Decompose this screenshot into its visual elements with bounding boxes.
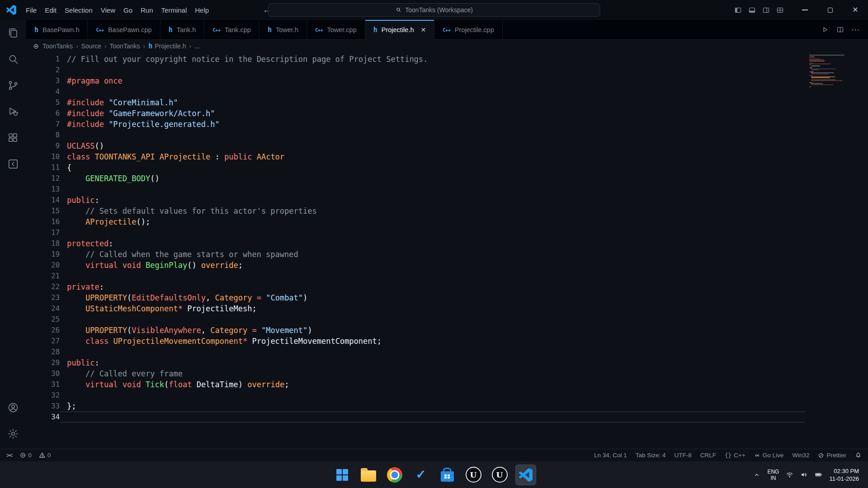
line-number[interactable]: 16 [26,216,60,227]
line-number[interactable]: 20 [26,260,60,271]
line-number[interactable]: 10 [26,151,60,162]
line-number[interactable]: 21 [26,271,60,282]
line-number[interactable]: 14 [26,195,60,206]
taskbar-store-icon[interactable] [437,465,458,485]
line-number[interactable]: 27 [26,336,60,347]
tab-projectile-cpp[interactable]: C++Projectile.cpp [434,20,503,39]
statusbar-platform[interactable]: Win32 [792,452,809,459]
line-number[interactable]: 6 [26,108,60,119]
line-number[interactable]: 17 [26,227,60,238]
battery-icon[interactable] [815,471,822,479]
code-line[interactable]: 11{ [26,162,868,173]
tab-basepawn-h[interactable]: hBasePawn.h [26,20,88,39]
line-number[interactable]: 1 [26,54,60,65]
code-line[interactable]: 30 // Called every frame [26,368,868,379]
line-number[interactable]: 7 [26,119,60,130]
line-number[interactable]: 25 [26,314,60,325]
code-line[interactable]: 29public: [26,357,868,368]
code-line[interactable]: 18protected: [26,238,868,249]
tab-basepawn-cpp[interactable]: C++BasePawn.cpp [88,20,160,39]
menu-run[interactable]: Run [137,4,157,16]
tab-tower-h[interactable]: hTower.h [259,20,307,39]
tab-tank-h[interactable]: hTank.h [160,20,205,39]
taskbar-unreal-engine-2-icon[interactable]: U [489,465,510,485]
code-line[interactable]: 16 AProjectile(); [26,216,868,227]
source-control-icon[interactable] [0,72,26,99]
statusbar-go-live[interactable]: Go Live [754,452,784,459]
line-number[interactable]: 13 [26,184,60,195]
clock[interactable]: 02:30 PM 11-01-2026 [829,467,859,483]
run-debug-icon[interactable] [0,99,26,125]
menu-file[interactable]: File [22,4,41,16]
code-line[interactable]: 23 UPROPERTY(EditDefaultsOnly, Category … [26,292,868,303]
code-line[interactable]: 31 virtual void Tick(float DeltaTime) ov… [26,379,868,390]
toggle-secondary-sidebar-icon[interactable] [760,5,772,16]
menu-selection[interactable]: Selection [61,4,97,16]
menu-go[interactable]: Go [119,4,137,16]
tab-tank-cpp[interactable]: C++Tank.cpp [204,20,259,39]
account-icon[interactable] [0,394,26,421]
line-number[interactable]: 9 [26,141,60,151]
code-line[interactable]: 20 virtual void BeginPlay() override; [26,260,868,271]
taskbar-todo-icon[interactable]: ✓ [410,465,431,485]
line-number[interactable]: 32 [26,390,60,401]
toggle-panel-icon[interactable] [746,5,758,16]
menu-terminal[interactable]: Terminal [157,4,191,16]
code-line[interactable]: 5#include "CoreMinimal.h" [26,97,868,108]
breadcrumb-item[interactable]: ToonTanks [110,42,140,50]
minimize-button[interactable] [792,0,817,20]
line-number[interactable]: 30 [26,368,60,379]
line-number[interactable]: 3 [26,75,60,86]
line-number[interactable]: 11 [26,162,60,173]
statusbar-eol[interactable]: CRLF [700,452,716,459]
line-number[interactable]: 33 [26,401,60,412]
line-number[interactable]: 31 [26,379,60,390]
menu-view[interactable]: View [97,4,119,16]
taskbar-start-icon[interactable] [332,465,353,485]
close-button[interactable]: ✕ [843,0,868,20]
code-line[interactable]: 6#include "GameFramework/Actor.h" [26,108,868,119]
line-number[interactable]: 4 [26,86,60,97]
split-editor-icon[interactable] [836,26,844,33]
more-actions-icon[interactable]: ⋯ [851,25,860,34]
command-center-search[interactable]: ToonTanks (Workspace) [268,3,600,17]
statusbar-encoding[interactable]: UTF-8 [675,452,692,459]
line-number[interactable]: 12 [26,173,60,184]
line-number[interactable]: 15 [26,206,60,216]
code-line[interactable]: 25 [26,314,868,325]
code-line[interactable]: 9UCLASS() [26,141,868,151]
menu-help[interactable]: Help [191,4,213,16]
code-editor[interactable]: 1// Fill out your copyright notice in th… [26,53,868,449]
line-number[interactable]: 5 [26,97,60,108]
breadcrumb-item[interactable]: Source [81,42,101,50]
line-number[interactable]: 22 [26,282,60,292]
remote-icon[interactable] [0,151,26,177]
problems-errors[interactable]: 0 [19,452,32,459]
run-file-icon[interactable] [821,26,829,33]
minimap[interactable] [809,55,847,88]
settings-icon[interactable] [0,421,26,447]
problems-warnings[interactable]: 0 [39,452,51,459]
language-indicator[interactable]: ENG IN [767,469,779,481]
statusbar-indentation[interactable]: Tab Size: 4 [636,452,666,459]
taskbar-unreal-engine-1-icon[interactable]: U [463,465,484,485]
search-icon[interactable] [0,46,26,72]
menu-edit[interactable]: Edit [41,4,61,16]
code-line[interactable]: 33}; [26,401,868,412]
explorer-icon[interactable] [0,20,26,46]
code-line[interactable]: 14public: [26,195,868,206]
line-number[interactable]: 34 [26,412,60,422]
code-line[interactable]: 13 [26,184,868,195]
code-line[interactable]: 24 UStaticMeshComponent* ProjectileMesh; [26,303,868,314]
breadcrumb-item[interactable]: ... [194,42,200,50]
line-number[interactable]: 24 [26,303,60,314]
code-line[interactable]: 32 [26,390,868,401]
statusbar-language-mode[interactable]: {}C++ [725,452,745,459]
line-number[interactable]: 29 [26,357,60,368]
code-line[interactable]: 26 UPROPERTY(VisibleAnywhere, Category =… [26,325,868,336]
line-number[interactable]: 23 [26,292,60,303]
remote-indicator-icon[interactable]: >< [6,452,12,459]
tab-projectile-h[interactable]: hProjectile.h✕ [365,20,435,40]
volume-icon[interactable] [800,471,808,479]
code-line[interactable]: 8 [26,130,868,141]
